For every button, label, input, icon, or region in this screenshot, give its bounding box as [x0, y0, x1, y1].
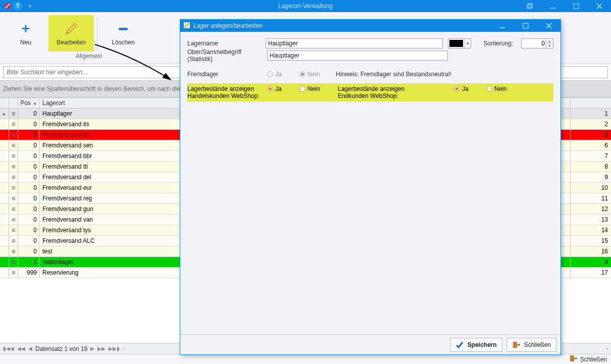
expand-icon[interactable]: ⊞ — [9, 225, 18, 235]
expand-icon[interactable]: ⊞ — [9, 257, 18, 267]
door-exit-icon — [569, 354, 577, 364]
expand-icon[interactable]: ⊞ — [9, 172, 18, 182]
nav-nextpage-icon[interactable]: ▶▶ — [97, 346, 106, 351]
expand-icon[interactable]: ⊞ — [9, 151, 18, 161]
expand-icon[interactable]: ⊞ — [9, 130, 18, 140]
nav-first-icon[interactable]: ▮◀◀ — [3, 346, 14, 351]
new-button-label: Neu — [20, 39, 31, 46]
row-indicator — [0, 162, 9, 172]
cell-right: 13 — [571, 215, 611, 225]
dialog-close-icon[interactable] — [537, 20, 561, 32]
spin-down-icon[interactable]: ▼ — [546, 44, 553, 48]
spin-up-icon[interactable]: ▲ — [546, 39, 553, 44]
ek-line1: Lagerbestände anzeigen — [338, 85, 454, 92]
row-indicator — [0, 130, 9, 140]
grid-header-pos[interactable]: Pos ▲ — [18, 98, 39, 108]
expand-icon[interactable]: ⊞ — [9, 193, 18, 203]
fremdlager-hint: Hinweis: Fremdlager sind Bestandsneutral… — [336, 71, 451, 78]
row-indicator: ▸ — [0, 109, 9, 119]
cell-right: 9 — [571, 172, 611, 182]
svg-rect-14 — [513, 342, 517, 348]
expand-icon[interactable]: ⊞ — [9, 119, 18, 129]
expand-icon[interactable]: ⊞ — [9, 268, 18, 278]
ek-ja-label: Ja — [462, 85, 469, 92]
window-close-icon[interactable] — [588, 0, 611, 12]
color-swatch — [449, 40, 463, 47]
row-indicator — [0, 215, 9, 225]
fremdlager-label: Fremdlager — [187, 71, 267, 78]
dialog-title: Lager anlegen/bearbeiten — [193, 22, 263, 29]
cell-right: 5 — [571, 130, 611, 140]
ek-nein-label: Nein — [494, 85, 507, 92]
help-icon[interactable]: ? — [13, 2, 22, 11]
lagername-input[interactable] — [266, 38, 443, 48]
cell-pos: 0 — [18, 225, 39, 235]
expand-icon[interactable]: ⊞ — [9, 140, 18, 150]
cell-right: 15 — [571, 236, 611, 246]
expand-icon[interactable]: ⊞ — [9, 215, 18, 225]
edit-button[interactable]: Bearbeiten — [48, 15, 94, 51]
window-restore-down-icon[interactable] — [518, 0, 541, 12]
expand-icon[interactable]: ⊞ — [9, 246, 18, 256]
ribbon-group-title: Allgemein — [3, 53, 175, 60]
color-picker[interactable]: ▾ — [448, 38, 471, 48]
expand-icon[interactable]: ⊞ — [9, 236, 18, 246]
statusbar-close-link[interactable]: Schließen — [580, 356, 607, 363]
chevron-down-icon[interactable]: ▾ — [464, 39, 471, 48]
grid-header-expand — [9, 98, 18, 108]
fremdlager-nein-label: Nein — [308, 71, 320, 78]
cell-pos: 0 — [18, 193, 39, 203]
delete-button[interactable]: Löschen — [100, 15, 146, 51]
sammelbegriff-input[interactable] — [267, 50, 448, 61]
cell-right: 1 — [571, 109, 611, 119]
dialog-minimize-icon[interactable] — [491, 20, 514, 32]
pencil-icon — [63, 21, 79, 37]
app-icon — [3, 2, 12, 11]
cell-right: 8 — [571, 162, 611, 172]
grid-header-pos-label: Pos — [20, 99, 31, 107]
save-button[interactable]: Speichern — [450, 338, 502, 352]
window-minimize-icon[interactable] — [541, 0, 565, 12]
ek-nein-radio[interactable] — [486, 86, 492, 92]
window-maximize-icon[interactable] — [565, 0, 588, 12]
expand-icon[interactable]: ⊞ — [9, 162, 18, 172]
svg-rect-4 — [574, 4, 579, 9]
nav-prev-icon[interactable]: ◀ — [28, 346, 32, 351]
svg-rect-2 — [528, 4, 532, 8]
row-indicator — [0, 140, 9, 150]
ek-ja-radio[interactable] — [454, 86, 460, 92]
dialog-maximize-icon[interactable] — [514, 20, 537, 32]
check-icon — [455, 341, 464, 349]
hk-nein-radio[interactable] — [299, 86, 306, 92]
nav-right-scroll-icon[interactable]: › — [606, 346, 608, 351]
sortierung-label: Sortierung: — [483, 40, 519, 47]
cell-right: 14 — [571, 225, 611, 235]
fremdlager-ja-label: Ja — [275, 71, 282, 78]
sortierung-spinner[interactable]: ▲ ▼ — [546, 39, 553, 48]
close-button[interactable]: Schließen — [506, 338, 556, 352]
save-button-label: Speichern — [468, 341, 497, 348]
expand-icon[interactable]: ⊞ — [9, 183, 18, 193]
expand-icon[interactable]: ⊞ — [9, 109, 18, 119]
delete-button-label: Löschen — [112, 39, 134, 46]
cell-right: 7 — [571, 151, 611, 161]
svg-rect-1 — [527, 5, 531, 9]
hk-ja-radio[interactable] — [267, 86, 273, 92]
cell-pos: 0 — [18, 119, 39, 129]
fremdlager-nein-radio — [299, 71, 306, 77]
door-exit-icon — [512, 341, 520, 349]
nav-last-icon[interactable]: ▶▶▮ — [109, 346, 120, 351]
grid-header-selector[interactable] — [0, 98, 9, 108]
new-button[interactable]: + Neu — [3, 15, 48, 51]
nav-left-scroll-icon[interactable]: ‹ — [123, 346, 124, 351]
dialog-titlebar: Lager anlegen/bearbeiten — [180, 20, 561, 32]
qat-dropdown-icon[interactable]: ▾ — [25, 2, 34, 11]
sammelbegriff-label: Ober/Sammelbegriff (Statistik) — [187, 48, 267, 63]
app-titlebar: ? ▾ Lagerort-Verwaltung — [0, 0, 611, 12]
svg-rect-11 — [523, 23, 528, 28]
expand-icon[interactable]: ⊞ — [9, 204, 18, 214]
cell-right: 12 — [571, 204, 611, 214]
nav-next-icon[interactable]: ▶ — [90, 346, 94, 351]
cell-pos: 0 — [18, 172, 39, 182]
nav-prevpage-icon[interactable]: ◀◀ — [17, 346, 25, 351]
